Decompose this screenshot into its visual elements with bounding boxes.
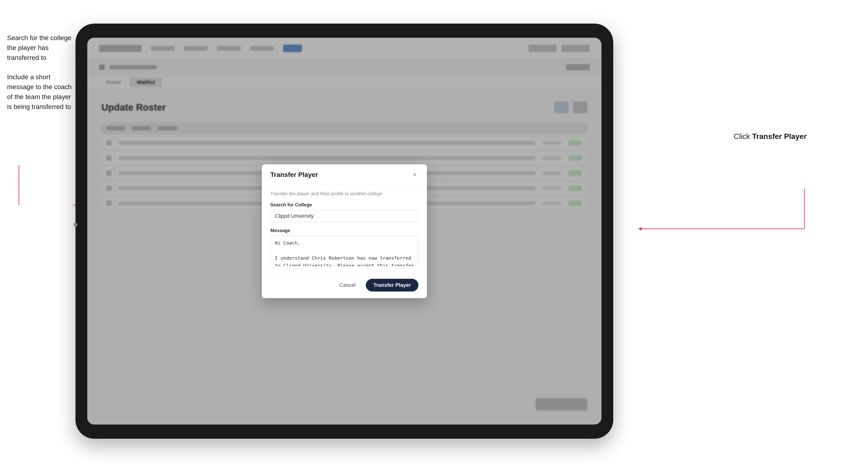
modal-body: Transfer the player and their profile to… xyxy=(262,184,427,274)
message-textarea[interactable]: Hi Coach, I understand Chris Robertson h… xyxy=(270,236,418,266)
search-college-input[interactable] xyxy=(270,210,418,222)
modal-subtitle: Transfer the player and their profile to… xyxy=(270,191,418,196)
annotation-right-bold: Transfer Player xyxy=(752,132,807,141)
annotation-text-2: Include a short message to the coach of … xyxy=(7,72,73,112)
cancel-button[interactable]: Cancel xyxy=(334,279,361,291)
modal-header: Transfer Player ✕ xyxy=(262,164,427,184)
svg-marker-3 xyxy=(638,227,642,231)
annotation-text-1: Search for the college the player has tr… xyxy=(7,33,73,63)
tablet-device: Roster Waitlist Update Roster xyxy=(75,24,613,439)
modal-footer: Cancel Transfer Player xyxy=(262,274,427,298)
tablet-screen: Roster Waitlist Update Roster xyxy=(87,38,601,425)
search-college-label: Search for College xyxy=(270,202,418,208)
modal-title: Transfer Player xyxy=(270,171,318,179)
annotation-right-prefix: Click xyxy=(734,132,752,141)
transfer-player-modal: Transfer Player ✕ Transfer the player an… xyxy=(262,164,427,298)
annotation-left: Search for the college the player has tr… xyxy=(7,33,73,121)
modal-overlay: Transfer Player ✕ Transfer the player an… xyxy=(87,38,601,425)
tablet-indicator xyxy=(73,223,78,227)
annotation-right: Click Transfer Player xyxy=(734,132,807,141)
transfer-player-button[interactable]: Transfer Player xyxy=(366,279,418,291)
modal-close-button[interactable]: ✕ xyxy=(411,171,418,179)
message-label: Message xyxy=(270,228,418,233)
